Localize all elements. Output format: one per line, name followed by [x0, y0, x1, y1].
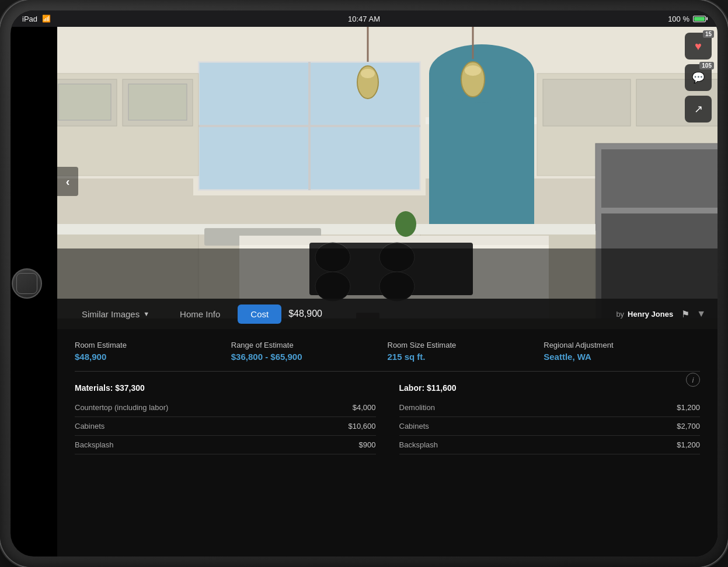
cost-summary: Room Estimate $48,900 Range of Estimate … — [75, 341, 700, 372]
svg-rect-24 — [420, 224, 595, 235]
back-button[interactable]: ‹ — [57, 167, 78, 196]
range-estimate-value: $36,800 - $65,900 — [231, 352, 376, 362]
list-item: Backsplash $900 — [75, 436, 376, 454]
materials-item-2-name: Backsplash — [75, 440, 113, 449]
labor-header: Labor: $11,600 — [399, 383, 701, 393]
carrier-label: iPad — [22, 15, 37, 23]
battery-percent: 100 % — [668, 15, 689, 23]
comments-badge: 105 — [699, 62, 714, 69]
list-item: Countertop (including labor) $4,000 — [75, 398, 376, 417]
collapse-icon[interactable]: ▼ — [696, 309, 706, 319]
tab-cost[interactable]: Cost — [238, 304, 281, 324]
time-display: 10:47 AM — [348, 15, 380, 23]
svg-rect-14 — [128, 84, 187, 120]
heart-icon-overlay: ♥ — [695, 40, 702, 53]
room-size-col: Room Size Estimate 215 sq ft. — [388, 341, 544, 362]
labor-section: Labor: $11,600 Demolition $1,200 Cabinet… — [399, 383, 701, 454]
range-estimate-col: Range of Estimate $36,800 - $65,900 — [231, 341, 388, 362]
tab-author: by Henry Jones ⚑ ▼ — [616, 309, 706, 320]
status-bar: iPad 📶 10:47 AM 100 % — [11, 10, 717, 27]
svg-rect-16 — [543, 79, 631, 126]
regional-adjustment-col: Regional Adjustment Seattle, WA — [544, 341, 700, 362]
labor-item-1-cost: $2,700 — [677, 422, 700, 430]
room-size-label: Room Size Estimate — [388, 341, 532, 349]
materials-item-2-cost: $900 — [359, 440, 376, 449]
svg-rect-13 — [58, 84, 111, 120]
svg-rect-19 — [601, 149, 717, 208]
list-item: Demolition $1,200 — [399, 398, 701, 417]
battery-icon — [693, 16, 706, 22]
overlay-buttons: ♥ 15 💬 105 ↗ — [685, 33, 712, 123]
list-item: Cabinets $2,700 — [399, 417, 701, 436]
room-estimate-col: Room Estimate $48,900 — [75, 341, 231, 362]
svg-point-40 — [465, 65, 481, 76]
svg-point-43 — [395, 211, 416, 237]
labor-item-0-cost: $1,200 — [677, 403, 700, 412]
info-icon[interactable]: i — [686, 373, 700, 387]
materials-section: Materials: $37,300 Countertop (including… — [75, 383, 376, 454]
tab-price: $48,900 — [288, 309, 322, 319]
regional-adjustment-value: Seattle, WA — [544, 352, 688, 362]
wifi-icon: 📶 — [42, 15, 51, 23]
by-label: by — [616, 310, 624, 318]
room-size-value: 215 sq ft. — [388, 352, 532, 362]
likes-button[interactable]: ♥ 15 — [685, 33, 712, 60]
dropdown-arrow-icon: ▼ — [143, 310, 149, 317]
labor-item-1-name: Cabinets — [399, 422, 429, 430]
share-icon: ↗ — [694, 103, 703, 116]
list-item: Cabinets $10,600 — [75, 417, 376, 436]
tab-similar-images[interactable]: Similar Images ▼ — [69, 304, 162, 324]
likes-badge: 15 — [703, 30, 714, 38]
main-content: ♥ 15 💬 105 ↗ ‹ — [57, 27, 717, 556]
room-estimate-label: Room Estimate — [75, 341, 220, 349]
flag-icon[interactable]: ⚑ — [681, 309, 689, 320]
comments-button[interactable]: 💬 105 — [685, 64, 712, 91]
share-button[interactable]: ↗ — [685, 96, 712, 123]
ipad-device: iPad 📶 10:47 AM 100 % Z Home — [0, 0, 728, 567]
comment-icon: 💬 — [692, 71, 705, 84]
chevron-left-icon: ‹ — [66, 175, 70, 188]
materials-item-1-cost: $10,600 — [349, 422, 376, 430]
materials-item-0-name: Countertop (including labor) — [75, 403, 168, 412]
range-estimate-label: Range of Estimate — [231, 341, 376, 349]
materials-header: Materials: $37,300 — [75, 383, 376, 393]
cost-panel: Room Estimate $48,900 Range of Estimate … — [57, 329, 717, 556]
list-item: Backsplash $1,200 — [399, 436, 701, 454]
regional-adjustment-label: Regional Adjustment — [544, 341, 688, 349]
home-button[interactable] — [12, 268, 42, 299]
svg-point-37 — [361, 69, 375, 78]
screen-area: Z Home ♥ My Digs 👥 Friends — [57, 27, 717, 556]
kitchen-photo — [57, 27, 717, 330]
author-name: Henry Jones — [628, 310, 673, 318]
ipad-screen: iPad 📶 10:47 AM 100 % Z Home — [11, 10, 717, 556]
cost-details: Materials: $37,300 Countertop (including… — [75, 383, 700, 454]
labor-item-2-name: Backsplash — [399, 440, 438, 449]
materials-item-0-cost: $4,000 — [353, 403, 376, 412]
room-estimate-value: $48,900 — [75, 352, 220, 362]
labor-item-2-cost: $1,200 — [677, 440, 700, 449]
labor-item-0-name: Demolition — [399, 403, 435, 412]
tab-home-info[interactable]: Home Info — [167, 304, 233, 324]
tab-bar: Similar Images ▼ Home Info Cost $48,900 … — [57, 299, 717, 329]
materials-item-1-name: Cabinets — [75, 422, 105, 430]
